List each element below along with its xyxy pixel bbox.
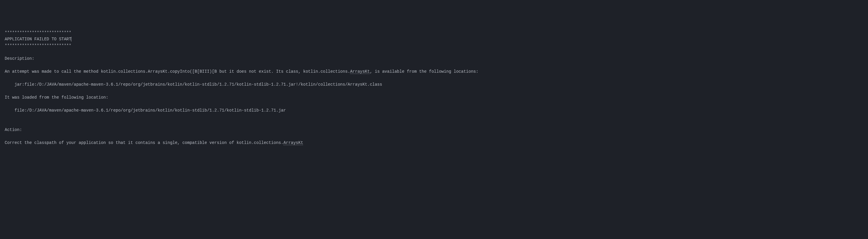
error-title: APPLICATION FAILED TO START [5,37,71,42]
console-output[interactable]: ***************************APPLICATION F… [5,29,863,146]
console-line-jar-location: jar:file:/D:/JAVA/maven/apache-maven-3.6… [5,81,863,88]
class-name-link[interactable]: ArraysKt [350,69,370,74]
console-line [5,75,863,81]
console-line-file-location: file:/D:/JAVA/maven/apache-maven-3.6.1/r… [5,107,863,114]
action-prefix: Correct the classpath of your applicatio… [5,140,283,145]
console-line [5,114,863,120]
console-line: *************************** [5,29,863,36]
console-line-description-header: Description: [5,55,863,62]
console-line-action-text: Correct the classpath of your applicatio… [5,139,863,146]
console-line-action-header: Action: [5,127,863,133]
description-suffix: , is available from the following locati… [370,69,478,74]
description-prefix: An attempt was made to call the method k… [5,69,350,74]
console-line [5,101,863,107]
console-line: *************************** [5,43,863,49]
console-line-description-text: An attempt was made to call the method k… [5,68,863,75]
console-line-title: APPLICATION FAILED TO START [5,36,863,43]
console-line [5,133,863,139]
console-line [5,88,863,94]
console-line [5,62,863,68]
console-line [5,120,863,127]
text-cursor [71,37,71,42]
class-name-link[interactable]: ArraysKt [283,140,303,145]
console-line-loaded-from: It was loaded from the following locatio… [5,94,863,101]
console-line [5,49,863,55]
